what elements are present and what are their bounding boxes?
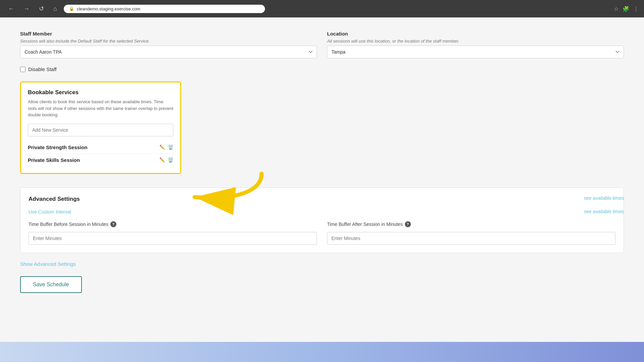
buffer-before-group: Time Buffer Before Session in Minutes ?: [29, 221, 317, 245]
bookable-services-desc: Allow clients to book this service based…: [28, 99, 173, 118]
buffer-before-label: Time Buffer Before Session in Minutes ?: [29, 221, 317, 227]
reload-button[interactable]: ↺: [36, 4, 47, 14]
location-sublabel: All sessions will use this location, or …: [327, 39, 624, 44]
disable-staff-label[interactable]: Disable Staff: [28, 66, 57, 72]
home-button[interactable]: ⌂: [51, 4, 60, 14]
browser-chrome: ← → ↺ ⌂ 🔒 cleandemo.staging.exercise.com…: [0, 0, 644, 17]
url-text: cleandemo.staging.exercise.com: [77, 6, 140, 11]
menu-button[interactable]: ⋮: [633, 6, 639, 12]
buffer-after-help-icon[interactable]: ?: [405, 221, 411, 227]
staff-member-sublabel: Sessions will also include the Default S…: [20, 39, 317, 44]
location-label: Location: [327, 31, 624, 37]
extensions-button[interactable]: 🧩: [623, 6, 629, 12]
edit-icon-strength[interactable]: ✏️: [159, 144, 165, 150]
bottom-bar: [0, 342, 644, 362]
browser-actions: ☆ 🧩 ⋮: [614, 6, 639, 12]
bookable-services-card: Bookable Services Allow clients to book …: [20, 81, 181, 174]
main-content: Staff Member Sessions will also include …: [0, 17, 644, 342]
services-area: Bookable Services Allow clients to book …: [20, 81, 624, 174]
lock-icon: 🔒: [69, 6, 74, 11]
buffer-after-label: Time Buffer After Session in Minutes ?: [327, 221, 615, 227]
buffer-after-input[interactable]: [327, 232, 615, 245]
buffer-before-input[interactable]: [29, 232, 317, 245]
location-group: Location All sessions will use this loca…: [327, 31, 624, 58]
buffer-after-group: Time Buffer After Session in Minutes ?: [327, 221, 615, 245]
staff-location-grid: Staff Member Sessions will also include …: [20, 31, 624, 58]
address-bar[interactable]: 🔒 cleandemo.staging.exercise.com: [64, 5, 265, 13]
service-item: Private Strength Session ✏️ 🗑️: [28, 141, 173, 154]
delete-icon-skills[interactable]: 🗑️: [168, 157, 173, 163]
service-name-strength: Private Strength Session: [28, 144, 157, 150]
location-select[interactable]: Tampa: [327, 46, 624, 58]
service-item: Private Skills Session ✏️ 🗑️: [28, 154, 173, 166]
advanced-settings-section: Advanced Settings Use Custom Interval Ti…: [20, 187, 624, 253]
delete-icon-strength[interactable]: 🗑️: [168, 144, 173, 150]
staff-member-select[interactable]: Coach Aaron TPA: [20, 46, 317, 58]
custom-interval-link[interactable]: Use Custom Interval: [29, 209, 615, 215]
buffer-before-help-icon[interactable]: ?: [110, 221, 116, 227]
add-service-input[interactable]: [28, 124, 173, 136]
disable-staff-checkbox[interactable]: [20, 67, 25, 72]
star-button[interactable]: ☆: [614, 6, 619, 12]
back-button[interactable]: ←: [5, 4, 17, 14]
disable-staff-row: Disable Staff: [20, 66, 624, 72]
forward-button[interactable]: →: [21, 4, 32, 14]
staff-member-group: Staff Member Sessions will also include …: [20, 31, 317, 58]
bookable-services-title: Bookable Services: [28, 89, 173, 96]
edit-icon-skills[interactable]: ✏️: [159, 157, 165, 163]
staff-member-label: Staff Member: [20, 31, 317, 37]
see-available-times-strength[interactable]: see available times: [584, 195, 624, 201]
advanced-settings-title: Advanced Settings: [29, 196, 615, 202]
see-available-times-skills[interactable]: see available times: [584, 209, 624, 214]
save-schedule-button[interactable]: Save Schedule: [20, 276, 82, 293]
buffer-grid: Time Buffer Before Session in Minutes ? …: [29, 221, 615, 245]
show-advanced-settings-link[interactable]: Show Advanced Settings: [20, 261, 624, 267]
service-name-skills: Private Skills Session: [28, 157, 157, 163]
